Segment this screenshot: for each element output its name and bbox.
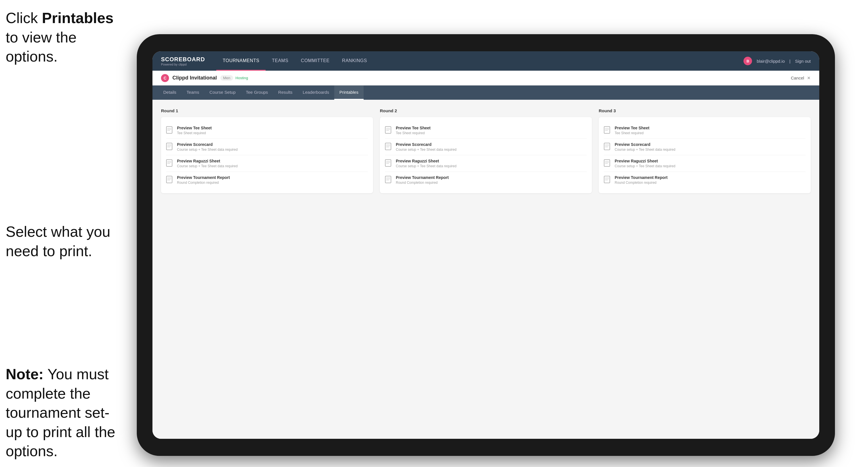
instruction-bot: Note: You must complete the tournament s… — [6, 365, 125, 461]
tournament-report-icon-2 — [385, 176, 393, 184]
round-2-scorecard-label: Preview Scorecard — [396, 142, 457, 147]
round-2-scorecard-sub: Course setup + Tee Sheet data required — [396, 148, 457, 152]
brand-title: SCOREBOARD — [161, 56, 205, 63]
tab-course-setup[interactable]: Course Setup — [204, 86, 241, 100]
rounds-grid: Round 1 — [161, 108, 811, 193]
tablet-screen: SCOREBOARD Powered by clippd TOURNAMENTS… — [152, 51, 819, 439]
nav-tournaments[interactable]: TOURNAMENTS — [216, 51, 266, 71]
raguzzi-icon-3 — [604, 159, 611, 168]
round-1-report-sub: Round Completion required — [177, 181, 230, 185]
round-2-raguzzi-sub: Course setup + Tee Sheet data required — [396, 164, 457, 168]
tab-details[interactable]: Details — [158, 86, 182, 100]
top-nav: SCOREBOARD Powered by clippd TOURNAMENTS… — [152, 51, 819, 71]
round-2-tee-sheet[interactable]: Preview Tee Sheet Tee Sheet required — [385, 122, 587, 139]
svg-rect-24 — [385, 143, 391, 150]
tab-teams[interactable]: Teams — [182, 86, 204, 100]
tab-results[interactable]: Results — [273, 86, 298, 100]
round-3-scorecard[interactable]: Preview Scorecard Course setup + Tee She… — [604, 139, 806, 155]
round-1-raguzzi-sub: Course setup + Tee Sheet data required — [177, 164, 238, 168]
round-3-card: Preview Tee Sheet Tee Sheet required — [599, 117, 811, 193]
round-3-report-label: Preview Tournament Report — [615, 175, 668, 180]
svg-rect-4 — [166, 126, 172, 133]
raguzzi-icon — [166, 159, 174, 168]
separator: | — [789, 59, 790, 64]
round-3-section: Round 3 — [599, 108, 811, 193]
round-2-report-text: Preview Tournament Report Round Completi… — [396, 175, 449, 185]
round-2-tee-sheet-label: Preview Tee Sheet — [396, 126, 431, 130]
round-3-scorecard-text: Preview Scorecard Course setup + Tee She… — [615, 142, 675, 152]
round-1-tournament-report[interactable]: Preview Tournament Report Round Completi… — [166, 172, 368, 188]
instruction-mid: Select what you need to print. — [6, 222, 125, 261]
round-1-tee-sheet[interactable]: Preview Tee Sheet Tee Sheet required — [166, 122, 368, 139]
round-1-raguzzi[interactable]: Preview Raguzzi Sheet Course setup + Tee… — [166, 155, 368, 172]
tab-leaderboards[interactable]: Leaderboards — [298, 86, 334, 100]
scorecard-icon-3 — [604, 143, 611, 151]
round-3-tee-sheet-label: Preview Tee Sheet — [615, 126, 649, 130]
svg-rect-48 — [604, 176, 610, 183]
round-2-raguzzi-text: Preview Raguzzi Sheet Course setup + Tee… — [396, 159, 457, 168]
round-3-title: Round 3 — [599, 108, 811, 113]
round-3-tee-sheet-text: Preview Tee Sheet Tee Sheet required — [615, 126, 649, 135]
round-2-raguzzi[interactable]: Preview Raguzzi Sheet Course setup + Tee… — [385, 155, 587, 172]
scorecard-icon-2 — [385, 143, 393, 151]
round-3-raguzzi-text: Preview Raguzzi Sheet Course setup + Tee… — [615, 159, 675, 168]
round-1-section: Round 1 — [161, 108, 373, 193]
user-email: blair@clippd.io — [756, 59, 785, 64]
tournament-icon: C — [161, 74, 169, 82]
round-2-tee-sheet-text: Preview Tee Sheet Tee Sheet required — [396, 126, 431, 135]
svg-rect-36 — [604, 126, 610, 133]
tournament-report-icon-3 — [604, 176, 611, 184]
round-1-scorecard[interactable]: Preview Scorecard Course setup + Tee She… — [166, 139, 368, 155]
round-1-card: Preview Tee Sheet Tee Sheet required — [161, 117, 373, 193]
nav-rankings[interactable]: RANKINGS — [336, 51, 373, 71]
scorecard-icon — [166, 143, 174, 151]
round-1-raguzzi-label: Preview Raguzzi Sheet — [177, 159, 238, 163]
instruction-top: Click Printables to view the options. — [6, 8, 125, 66]
svg-rect-16 — [166, 176, 172, 183]
svg-rect-20 — [385, 126, 391, 133]
sub-header: C Clippd Invitational Men Hosting Cancel… — [152, 71, 819, 86]
round-1-scorecard-label: Preview Scorecard — [177, 142, 238, 147]
round-2-title: Round 2 — [380, 108, 592, 113]
tab-printables[interactable]: Printables — [334, 86, 364, 100]
round-3-raguzzi[interactable]: Preview Raguzzi Sheet Course setup + Tee… — [604, 155, 806, 172]
round-3-scorecard-label: Preview Scorecard — [615, 142, 675, 147]
round-2-scorecard[interactable]: Preview Scorecard Course setup + Tee She… — [385, 139, 587, 155]
tab-bar: Details Teams Course Setup Tee Groups Re… — [152, 86, 819, 100]
tournament-name: Clippd Invitational — [173, 75, 217, 81]
round-1-report-label: Preview Tournament Report — [177, 175, 230, 180]
tee-sheet-icon-2 — [385, 126, 393, 135]
cancel-button[interactable]: Cancel ✕ — [791, 75, 811, 81]
tab-tee-groups[interactable]: Tee Groups — [241, 86, 273, 100]
round-1-scorecard-sub: Course setup + Tee Sheet data required — [177, 148, 238, 152]
round-2-scorecard-text: Preview Scorecard Course setup + Tee She… — [396, 142, 457, 152]
round-2-section: Round 2 — [380, 108, 592, 193]
sign-out-link[interactable]: Sign out — [795, 59, 811, 64]
round-1-title: Round 1 — [161, 108, 373, 113]
round-3-scorecard-sub: Course setup + Tee Sheet data required — [615, 148, 675, 152]
round-1-raguzzi-text: Preview Raguzzi Sheet Course setup + Tee… — [177, 159, 238, 168]
tournament-status: Hosting — [236, 76, 248, 80]
svg-rect-40 — [604, 143, 610, 150]
round-3-report-text: Preview Tournament Report Round Completi… — [615, 175, 668, 185]
round-1-tee-sheet-sub: Tee Sheet required — [177, 131, 212, 135]
round-2-tee-sheet-sub: Tee Sheet required — [396, 131, 431, 135]
tablet-shell: SCOREBOARD Powered by clippd TOURNAMENTS… — [137, 34, 835, 456]
round-3-tee-sheet[interactable]: Preview Tee Sheet Tee Sheet required — [604, 122, 806, 139]
user-avatar: B — [743, 57, 752, 65]
tee-sheet-icon — [166, 126, 174, 135]
round-3-raguzzi-label: Preview Raguzzi Sheet — [615, 159, 675, 163]
nav-committee[interactable]: COMMITTEE — [294, 51, 336, 71]
svg-rect-12 — [166, 160, 172, 166]
round-1-tee-sheet-label: Preview Tee Sheet — [177, 126, 212, 130]
round-3-tournament-report[interactable]: Preview Tournament Report Round Completi… — [604, 172, 806, 188]
tee-sheet-icon-3 — [604, 126, 611, 135]
round-2-raguzzi-label: Preview Raguzzi Sheet — [396, 159, 457, 163]
round-3-report-sub: Round Completion required — [615, 181, 668, 185]
round-2-report-label: Preview Tournament Report — [396, 175, 449, 180]
svg-rect-28 — [385, 160, 391, 166]
main-content: Round 1 — [152, 100, 819, 439]
nav-teams[interactable]: TEAMS — [266, 51, 294, 71]
round-2-tournament-report[interactable]: Preview Tournament Report Round Completi… — [385, 172, 587, 188]
brand-sub: Powered by clippd — [161, 63, 205, 66]
